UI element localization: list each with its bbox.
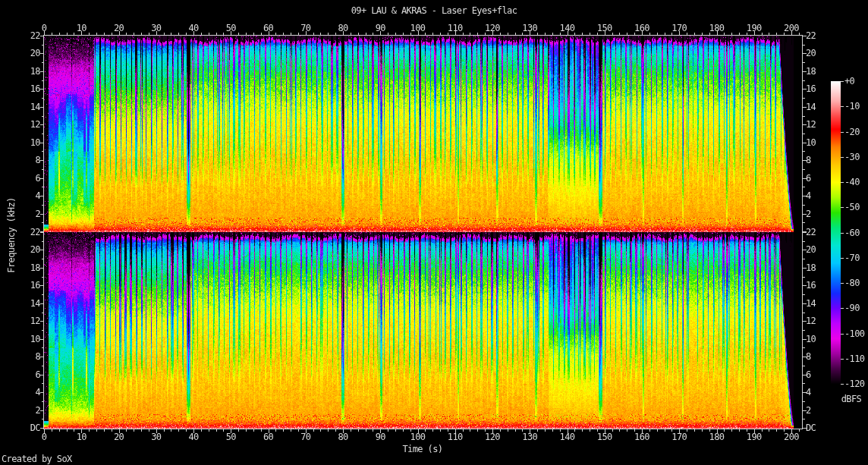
x-tick-label-bottom: 30 (151, 432, 161, 442)
x-tick-label-bottom: 130 (522, 432, 537, 442)
y-axis-title: Frequency (kHz) (6, 182, 17, 288)
y-tick-label-right: 20 (806, 244, 816, 255)
colorbar-tick-label: -40 (844, 177, 860, 187)
x-tick-label-top: 110 (448, 23, 463, 33)
x-tick-label-top: 10 (77, 23, 86, 33)
y-tick-label-right: 14 (806, 102, 816, 112)
y-tick-label-right: 18 (806, 66, 816, 77)
y-tick-label-right: 16 (806, 280, 816, 291)
y-tick-label-left: 12 (30, 119, 40, 130)
x-tick-label-top: 190 (747, 23, 762, 33)
y-tick-label-left: 8 (35, 351, 40, 362)
y-tick-label-left: 2 (35, 209, 40, 219)
colorbar-tick-label: -90 (844, 303, 860, 313)
colorbar-tick-label: -80 (844, 278, 860, 288)
x-tick-label-bottom: 110 (448, 432, 463, 442)
y-tick-label-right: 10 (806, 334, 816, 344)
y-tick-label-right: 22 (806, 227, 816, 237)
x-tick-label-bottom: 200 (784, 432, 799, 442)
x-tick-label-top: 60 (263, 23, 273, 33)
colorbar-tick-label: -10 (844, 101, 860, 112)
x-tick-label-top: 70 (300, 23, 310, 33)
y-tick-label-right: 2 (806, 209, 811, 219)
y-tick-label-right-dc: DC (806, 423, 816, 433)
y-tick-label-left: 18 (30, 262, 40, 273)
y-tick-label-left: 6 (35, 173, 40, 184)
x-tick-label-bottom: 150 (597, 432, 612, 442)
y-tick-label-left-dc: DC (30, 423, 40, 433)
x-tick-label-bottom: 180 (709, 432, 725, 442)
y-tick-label-left: 22 (30, 227, 40, 237)
colorbar-unit-label: dBFS (841, 394, 862, 404)
colorbar-tick-label: -60 (844, 228, 860, 238)
y-tick-label-left: 12 (30, 316, 40, 326)
y-tick-label-right: 18 (806, 262, 816, 273)
x-tick-label-bottom: 50 (226, 432, 236, 442)
y-tick-label-left: 4 (35, 387, 40, 397)
colorbar-tick-label: -20 (844, 127, 860, 137)
x-tick-label-bottom: 0 (42, 432, 47, 442)
x-tick-label-bottom: 80 (338, 432, 348, 442)
y-tick-label-left: 10 (30, 137, 40, 148)
y-tick-label-left: 4 (35, 190, 40, 201)
y-tick-label-left: 14 (30, 102, 40, 112)
x-tick-label-top: 20 (114, 23, 124, 33)
x-tick-label-bottom: 160 (634, 432, 649, 442)
x-tick-label-top: 30 (151, 23, 161, 33)
x-tick-label-bottom: 190 (747, 432, 762, 442)
y-tick-label-left: 14 (30, 298, 40, 309)
colorbar-tick-label: -100 (844, 328, 865, 339)
y-tick-label-right: 14 (806, 298, 816, 309)
colorbar-tick-label: -120 (844, 379, 865, 389)
x-tick-label-top: 0 (42, 23, 47, 33)
x-tick-label-bottom: 70 (300, 432, 310, 442)
x-tick-label-top: 200 (784, 23, 799, 33)
y-tick-label-left: 20 (30, 244, 40, 255)
y-tick-label-right: 12 (806, 119, 816, 130)
x-tick-label-bottom: 40 (188, 432, 198, 442)
y-tick-label-right: 4 (806, 387, 811, 397)
x-axis-title: Time (s) (403, 444, 443, 454)
sox-spectrogram-window: 09+ LAU & AKRAS - Laser Eyes+flac Time (… (0, 0, 868, 465)
y-tick-label-right: 22 (806, 30, 816, 41)
y-tick-label-left: 22 (30, 30, 40, 41)
colorbar-tick-label: -30 (844, 152, 860, 162)
x-tick-label-bottom: 60 (263, 432, 273, 442)
y-tick-label-right: 12 (806, 316, 816, 326)
x-tick-label-top: 90 (376, 23, 385, 33)
y-tick-label-right: 2 (806, 405, 811, 416)
x-tick-label-top: 40 (188, 23, 198, 33)
x-tick-label-bottom: 100 (410, 432, 426, 442)
x-tick-label-top: 50 (226, 23, 236, 33)
y-tick-label-right: 20 (806, 48, 816, 58)
colorbar-tick-label: +0 (844, 76, 854, 86)
x-tick-label-top: 140 (560, 23, 575, 33)
x-tick-label-top: 80 (338, 23, 348, 33)
x-tick-label-bottom: 90 (376, 432, 385, 442)
chart-title: 09+ LAU & AKRAS - Laser Eyes+flac (351, 5, 517, 16)
colorbar-tick-label: -50 (844, 202, 860, 212)
y-tick-label-right: 8 (806, 351, 811, 362)
y-tick-label-left: 10 (30, 334, 40, 344)
x-tick-label-bottom: 20 (114, 432, 124, 442)
y-tick-label-right: 6 (806, 173, 811, 184)
spectrogram-canvas (0, 0, 868, 465)
y-tick-label-left: 6 (35, 369, 40, 380)
y-tick-label-right: 8 (806, 155, 811, 165)
x-tick-label-top: 170 (671, 23, 687, 33)
x-tick-label-top: 120 (485, 23, 500, 33)
x-tick-label-top: 130 (522, 23, 537, 33)
x-tick-label-top: 100 (410, 23, 426, 33)
y-tick-label-left: 18 (30, 66, 40, 77)
y-tick-label-left: 8 (35, 155, 40, 165)
x-tick-label-bottom: 120 (485, 432, 500, 442)
credit-label: Created by SoX (2, 454, 72, 464)
y-tick-label-right: 16 (806, 83, 816, 94)
x-tick-label-bottom: 10 (77, 432, 86, 442)
y-tick-label-left: 2 (35, 405, 40, 416)
x-tick-label-top: 160 (634, 23, 649, 33)
x-tick-label-top: 150 (597, 23, 612, 33)
y-tick-label-right: 6 (806, 369, 811, 380)
y-tick-label-left: 20 (30, 48, 40, 58)
y-tick-label-left: 16 (30, 83, 40, 94)
